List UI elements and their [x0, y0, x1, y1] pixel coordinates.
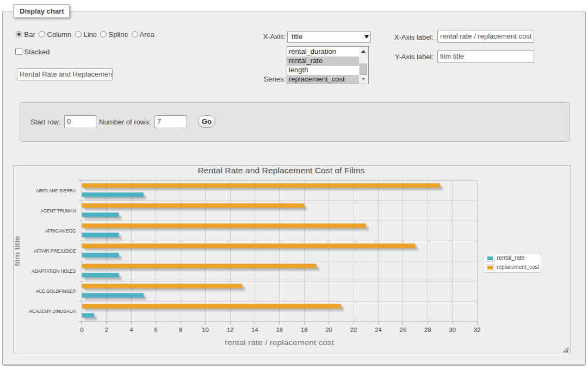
svg-text:10: 10	[202, 327, 209, 333]
svg-text:20: 20	[325, 327, 332, 333]
svg-text:16: 16	[276, 327, 283, 333]
svg-text:6: 6	[154, 327, 158, 333]
svg-text:film title: film title	[14, 236, 21, 266]
svg-text:AFFAIR PREJUDICE: AFFAIR PREJUDICE	[34, 248, 76, 254]
svg-text:32: 32	[474, 327, 481, 333]
svg-text:24: 24	[375, 327, 382, 333]
svg-text:2: 2	[105, 327, 108, 333]
svg-text:rental rate / replacement cost: rental rate / replacement cost	[225, 338, 334, 347]
svg-text:30: 30	[449, 327, 456, 333]
svg-text:AFRICAN EGG: AFRICAN EGG	[45, 228, 76, 234]
svg-text:ACADEMY DINOSAUR: ACADEMY DINOSAUR	[29, 308, 76, 314]
svg-text:14: 14	[251, 327, 258, 333]
svg-text:Rental Rate and Replacement Co: Rental Rate and Replacement Cost of Film…	[198, 166, 365, 175]
svg-text:ADAPTATION HOLES: ADAPTATION HOLES	[32, 268, 76, 274]
svg-text:26: 26	[400, 327, 407, 333]
svg-text:AIRPLANE SIERRA: AIRPLANE SIERRA	[36, 187, 76, 193]
svg-text:18: 18	[301, 327, 308, 333]
svg-text:replacement_cost: replacement_cost	[497, 264, 540, 270]
svg-text:8: 8	[179, 327, 182, 333]
svg-text:AGENT TRUMAN: AGENT TRUMAN	[40, 208, 76, 214]
svg-text:0: 0	[80, 327, 83, 333]
svg-text:12: 12	[227, 327, 234, 333]
svg-text:22: 22	[350, 327, 357, 333]
svg-text:4: 4	[129, 327, 133, 333]
svg-text:ACE GOLDFINGER: ACE GOLDFINGER	[36, 288, 76, 294]
svg-text:rental_rate: rental_rate	[497, 254, 525, 261]
svg-text:28: 28	[424, 327, 431, 333]
